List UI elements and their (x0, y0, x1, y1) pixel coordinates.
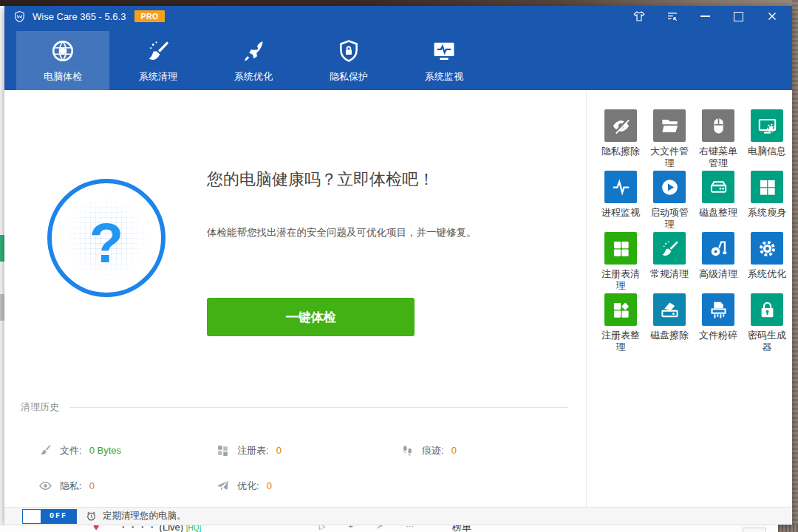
system-cleaner-icon (146, 38, 171, 64)
one-click-checkup-button[interactable]: 一键体检 (207, 298, 415, 336)
tool-system-tuneup[interactable]: 系统优化 (743, 232, 791, 293)
tab-system-monitor[interactable]: 系统监视 (398, 31, 491, 90)
maximize-icon (734, 12, 743, 21)
tool-label: 常规清理 (650, 268, 689, 280)
computer-info-icon (751, 109, 783, 142)
tool-password-generator[interactable]: 密码生成器 (743, 293, 791, 355)
toggle-knob (23, 510, 41, 523)
cleaning-history: 清理历史 文件: 0 Bytes 注册表: 0 (21, 400, 568, 493)
tab-label: 隐私保护 (330, 70, 368, 83)
desktop-wallpaper-top (0, 0, 798, 6)
tool-label: 电脑信息 (748, 146, 786, 157)
eye-icon (38, 479, 52, 493)
minimize-button[interactable] (698, 10, 712, 24)
stat-label: 优化: (237, 480, 259, 493)
divider-line (69, 407, 568, 408)
tool-startup-manager[interactable]: 启动项管理 (645, 171, 694, 232)
tab-label: 系统清理 (139, 70, 177, 83)
heart-icon: ♥ (93, 525, 99, 532)
tool-process-monitor[interactable]: 进程监视 (596, 171, 645, 232)
tool-label: 磁盘擦除 (650, 330, 689, 341)
tab-system-tuneup[interactable]: 系统优化 (207, 31, 300, 90)
tool-context-menu-manager[interactable]: 右键菜单管理 (694, 109, 743, 171)
privacy-eraser-icon (604, 109, 637, 142)
background-button-fragment (743, 528, 766, 532)
tab-system-cleaner[interactable]: 系统清理 (112, 31, 205, 90)
paper-plane-icon (216, 479, 230, 493)
tool-label: 高级清理 (699, 268, 737, 280)
tool-file-shredder[interactable]: 文件粉碎 (694, 293, 743, 355)
system-slimming-icon (751, 171, 783, 203)
tab-label: 系统监视 (425, 70, 463, 83)
registry-defrag-icon (604, 293, 637, 326)
stat-label: 痕迹: (422, 444, 444, 457)
pc-checkup-icon (50, 38, 75, 64)
tab-privacy-protector[interactable]: 隐私保护 (302, 31, 395, 90)
player-action-icons: ▷ + ↗ ⋯ (319, 525, 424, 531)
system-monitor-icon (432, 38, 457, 64)
stat-traces: 痕迹: 0 (400, 443, 568, 457)
tool-advanced-cleaner[interactable]: 高级清理 (694, 232, 743, 293)
tool-label: 隐私擦除 (601, 146, 640, 157)
tool-label: 大文件管理 (648, 146, 691, 169)
big-file-manager-icon (653, 109, 686, 142)
tab-label: 电脑体检 (44, 70, 82, 83)
checkup-panel: ? 您的电脑健康吗？立即体检吧！ 体检能帮您找出潜在的安全问题及可优化项目，并一… (4, 90, 586, 507)
skin-shirt-icon[interactable] (632, 10, 646, 24)
tool-label: 系统瘦身 (748, 207, 786, 219)
checkup-heading: 您的电脑健康吗？立即体检吧！ (207, 168, 434, 191)
content-area: ? 您的电脑健康吗？立即体检吧！ 体检能帮您找出潜在的安全问题及可优化项目，并一… (4, 90, 792, 507)
stat-registry: 注册表: 0 (216, 443, 400, 457)
tool-disk-defrag[interactable]: 磁盘整理 (694, 171, 743, 232)
main-nav: 电脑体检 系统清理 系统优化 隐私保护 系统监视 (4, 27, 792, 90)
tool-disk-eraser[interactable]: 磁盘擦除 (645, 293, 694, 355)
password-generator-icon (751, 293, 783, 326)
stat-files: 文件: 0 Bytes (38, 443, 216, 457)
tool-computer-info[interactable]: 电脑信息 (743, 109, 791, 171)
tool-common-cleaner[interactable]: 常规清理 (645, 232, 694, 293)
maximize-button[interactable] (732, 10, 746, 24)
tool-label: 进程监视 (601, 207, 640, 219)
close-button[interactable] (765, 10, 779, 24)
health-status-circle: ? (47, 179, 166, 297)
tool-label: 密码生成器 (746, 330, 788, 353)
tool-registry-cleaner[interactable]: 注册表清理 (596, 232, 645, 293)
advanced-cleaner-icon (702, 232, 734, 265)
stat-value: 0 (276, 445, 282, 456)
wise-care-window: Wise Care 365 - 5.6.3 PRO 电脑体检 系统清理 (4, 6, 792, 525)
tool-label: 磁盘整理 (699, 207, 737, 219)
registry-cleaner-icon (604, 232, 637, 265)
titlebar: Wise Care 365 - 5.6.3 PRO (4, 6, 792, 27)
file-shredder-icon (702, 293, 734, 326)
stat-tuneup: 优化: 0 (216, 479, 400, 493)
footprints-icon (400, 443, 415, 457)
tool-registry-defrag[interactable]: 注册表整理 (596, 293, 645, 355)
common-cleaner-icon (653, 232, 686, 265)
tool-label: 右键菜单管理 (697, 146, 740, 169)
tool-label: 注册表清理 (599, 268, 642, 292)
process-monitor-icon (604, 171, 637, 203)
tool-privacy-eraser[interactable]: 隐私擦除 (596, 109, 645, 171)
hq-badge: [HQ] (186, 525, 202, 532)
system-tuneup-icon (241, 38, 266, 64)
stat-label: 文件: (60, 444, 82, 457)
tool-big-file-manager[interactable]: 大文件管理 (645, 109, 694, 171)
history-header: 清理历史 (21, 400, 568, 414)
disk-eraser-icon (653, 293, 686, 326)
stat-value: 0 (451, 445, 457, 456)
disk-defrag-icon (702, 171, 734, 203)
stat-privacy: 隐私: 0 (38, 479, 216, 493)
privacy-protector-icon (336, 38, 361, 64)
scheduled-clean-toggle[interactable]: OFF (22, 509, 77, 524)
stat-label: 注册表: (237, 444, 269, 457)
window-title: Wise Care 365 - 5.6.3 (33, 11, 126, 22)
tab-pc-checkup[interactable]: 电脑体检 (16, 31, 109, 90)
history-stats: 文件: 0 Bytes 注册表: 0 痕迹: 0 (38, 443, 568, 493)
tool-system-slimming[interactable]: 系统瘦身 (743, 171, 791, 232)
system-tuneup-gear-icon (751, 232, 783, 265)
titlebar-controls (632, 10, 779, 24)
background-music-player-strip: ♥ ・・・・ (Live) [HQ] ▷ + ↗ ⋯ 榜单 (0, 525, 778, 532)
menu-icon[interactable] (665, 10, 679, 24)
question-mark: ? (52, 188, 161, 297)
tab-label: 系统优化 (234, 70, 273, 83)
